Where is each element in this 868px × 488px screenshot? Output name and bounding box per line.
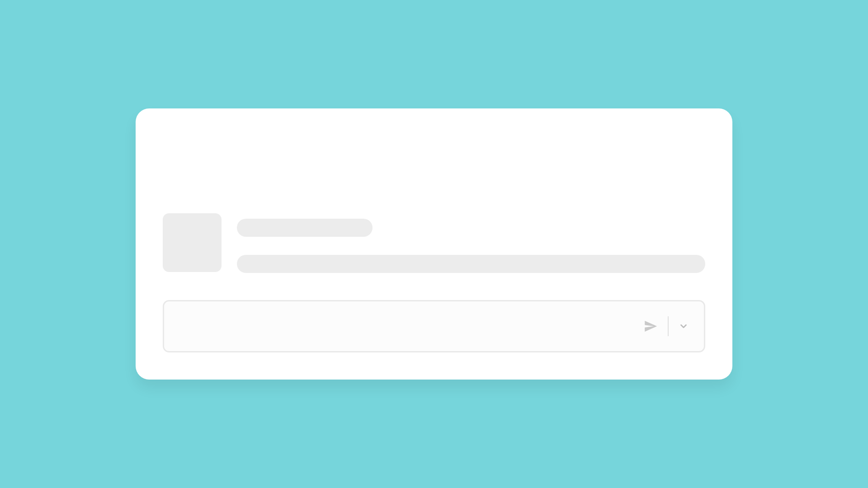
send-button[interactable] xyxy=(642,317,660,335)
chevron-down-icon xyxy=(679,321,689,331)
message-skeleton xyxy=(163,213,705,273)
avatar-placeholder xyxy=(163,213,222,272)
text-placeholder-group xyxy=(237,213,705,273)
body-placeholder xyxy=(237,255,705,273)
message-input[interactable] xyxy=(178,320,633,333)
send-icon xyxy=(643,319,658,334)
button-divider xyxy=(668,316,669,336)
send-options-button[interactable] xyxy=(677,317,690,335)
title-placeholder xyxy=(237,219,373,237)
compose-card xyxy=(136,108,732,380)
compose-input-row xyxy=(163,300,705,352)
